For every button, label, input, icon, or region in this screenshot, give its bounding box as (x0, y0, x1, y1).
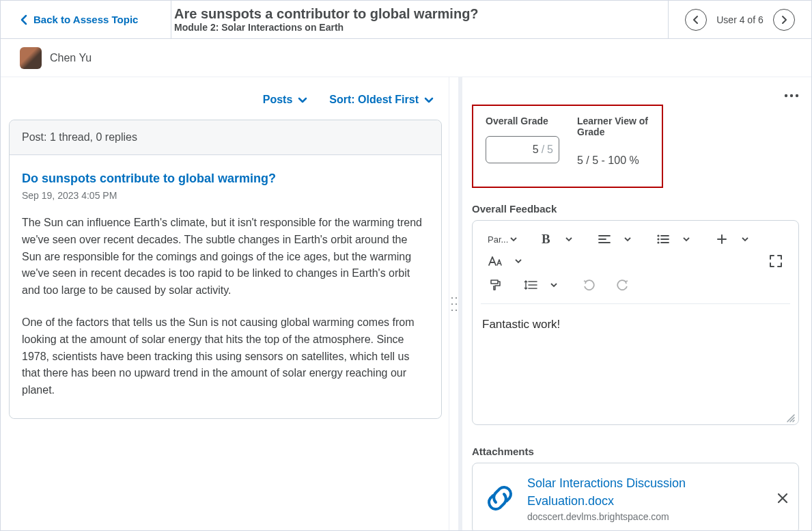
overall-feedback-label: Overall Feedback (472, 203, 799, 215)
fullscreen-icon (770, 255, 782, 267)
learner-view-value: 5 / 5 - 100 % (577, 147, 649, 174)
svg-point-5 (658, 241, 660, 243)
resize-icon (786, 413, 796, 423)
align-left-icon (598, 234, 611, 244)
chevron-down-icon (296, 94, 309, 106)
learner-view-label: Learner View of Grade (577, 115, 649, 137)
fullscreen-button[interactable] (766, 251, 786, 271)
more-actions-button[interactable] (784, 94, 799, 98)
post-timestamp: Sep 19, 2023 4:05 PM (22, 190, 429, 201)
line-height-button[interactable] (520, 275, 541, 295)
insert-button[interactable] (712, 229, 732, 249)
back-to-assess-topic[interactable]: Back to Assess Topic (1, 1, 171, 38)
grip-icon (451, 297, 457, 311)
ellipsis-icon (784, 94, 799, 98)
chevron-left-icon (692, 15, 700, 25)
post-card: Post: 1 thread, 0 replies Do sunspots co… (9, 120, 442, 419)
plus-icon (717, 234, 727, 244)
chevron-down-icon (565, 235, 573, 243)
posts-label: Posts (263, 94, 293, 106)
chevron-down-icon (741, 235, 749, 243)
line-height-more[interactable] (544, 275, 564, 295)
attachment-item: Solar Interactions Discussion Evaluation… (472, 463, 799, 530)
svg-point-4 (658, 238, 660, 240)
font-more[interactable] (508, 251, 529, 271)
grade-max: 5 (547, 144, 553, 156)
overall-grade-label: Overall Grade (486, 115, 559, 126)
editor-toolbar: Par... B (478, 223, 793, 275)
sort-control[interactable]: Sort: Oldest First (329, 94, 435, 106)
close-icon (777, 493, 788, 504)
avatar (20, 47, 42, 69)
pager-label: User 4 of 6 (716, 14, 763, 25)
link-attachment-icon (482, 480, 518, 516)
svg-point-0 (785, 94, 787, 97)
posts-filter[interactable]: Posts (263, 94, 309, 106)
chevron-down-icon (423, 94, 435, 106)
user-bar: Chen Yu (1, 39, 811, 77)
post-body: The Sun can influence Earth's climate, b… (22, 215, 429, 399)
resize-handle[interactable] (786, 413, 796, 423)
chevron-down-icon (682, 235, 690, 243)
align-more[interactable] (617, 229, 638, 249)
insert-more[interactable] (735, 229, 755, 249)
page-subtitle: Module 2: Solar Interactions on Earth (174, 22, 665, 33)
grade-highlight-box: Overall Grade 5 / 5 Learner View of Grad… (472, 105, 663, 188)
page-title: Are sunspots a contributor to global war… (174, 6, 665, 22)
font-button[interactable] (485, 251, 505, 271)
format-painter-button[interactable] (485, 275, 505, 295)
bold-button[interactable]: B (535, 229, 556, 249)
undo-button[interactable] (579, 275, 600, 295)
chevron-right-icon (780, 15, 788, 25)
format-painter-icon (489, 279, 501, 291)
feedback-content[interactable]: Fantastic work! (473, 304, 798, 345)
svg-point-1 (790, 94, 793, 97)
svg-point-2 (796, 94, 798, 97)
chevron-left-icon (20, 14, 28, 25)
chevron-down-icon (550, 281, 558, 289)
list-more[interactable] (676, 229, 697, 249)
user-name: Chen Yu (50, 52, 92, 64)
font-size-icon (488, 256, 503, 267)
attachment-filename[interactable]: Solar Interactions Discussion Evaluation… (527, 474, 765, 510)
line-height-icon (524, 280, 537, 290)
text-format-more[interactable] (559, 229, 579, 249)
redo-button[interactable] (612, 275, 632, 295)
svg-point-3 (658, 234, 660, 236)
feedback-editor[interactable]: Par... B (472, 220, 799, 425)
grade-value: 5 (533, 144, 539, 156)
bulleted-list-icon (657, 234, 669, 244)
prev-user-button[interactable] (685, 9, 707, 31)
list-button[interactable] (653, 229, 673, 249)
overall-grade-input[interactable]: 5 / 5 (486, 136, 559, 163)
next-user-button[interactable] (773, 9, 795, 31)
chevron-down-icon (509, 235, 518, 243)
attachments-label: Attachments (472, 446, 799, 457)
back-label: Back to Assess Topic (33, 14, 138, 25)
post-title[interactable]: Do sunspots contribute to global warming… (22, 172, 429, 186)
sort-label: Sort: Oldest First (329, 94, 419, 106)
paragraph-style-button[interactable]: Par... (485, 229, 520, 249)
chevron-down-icon (624, 235, 632, 243)
undo-icon (583, 280, 596, 290)
post-count-line: Post: 1 thread, 0 replies (10, 120, 441, 155)
chevron-down-icon (514, 257, 522, 265)
post-paragraph: One of the factors that tells us the Sun… (22, 314, 429, 399)
panel-splitter[interactable] (449, 77, 458, 530)
redo-icon (616, 280, 628, 290)
remove-attachment-button[interactable] (774, 490, 790, 506)
page-title-block: Are sunspots a contributor to global war… (171, 1, 668, 38)
post-paragraph: The Sun can influence Earth's climate, b… (22, 215, 429, 299)
align-button[interactable] (594, 229, 615, 249)
attachment-domain: docscert.devlms.brightspace.com (527, 511, 765, 522)
user-pager: User 4 of 6 (668, 1, 811, 38)
